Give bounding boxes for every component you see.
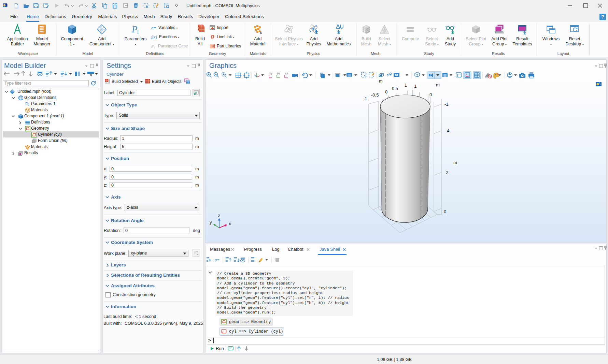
svg-text:P: P <box>131 24 138 34</box>
svg-text:4: 4 <box>447 128 449 133</box>
svg-text:m: m <box>379 79 383 84</box>
svg-text:1: 1 <box>405 83 407 88</box>
svg-text:-1: -1 <box>444 102 449 107</box>
svg-text:i: i <box>154 46 155 48</box>
svg-text:0: 0 <box>444 209 446 214</box>
svg-text:0.5: 0.5 <box>392 86 398 91</box>
svg-text:-0.5: -0.5 <box>371 92 379 98</box>
svg-text:-1: -1 <box>363 96 367 101</box>
svg-text:xz: xz <box>285 72 288 75</box>
svg-text:x: x <box>229 221 231 226</box>
svg-text:P: P <box>25 101 28 106</box>
svg-text:2: 2 <box>446 170 448 175</box>
svg-text:xy: xy <box>269 72 273 75</box>
svg-text:1: 1 <box>414 84 416 89</box>
svg-text:P: P <box>151 44 154 48</box>
svg-text:a=: a= <box>215 258 220 262</box>
svg-text:f(x): f(x) <box>151 35 157 39</box>
svg-text:m: m <box>453 160 457 165</box>
svg-text:0: 0 <box>385 89 387 94</box>
svg-text:m: m <box>436 82 440 87</box>
svg-text:a=: a= <box>151 26 156 30</box>
svg-text:y: y <box>210 220 212 225</box>
svg-text:0: 0 <box>429 92 432 97</box>
svg-text:i: i <box>137 30 139 35</box>
svg-text:z: z <box>218 213 220 218</box>
svg-text:yz: yz <box>277 72 281 75</box>
